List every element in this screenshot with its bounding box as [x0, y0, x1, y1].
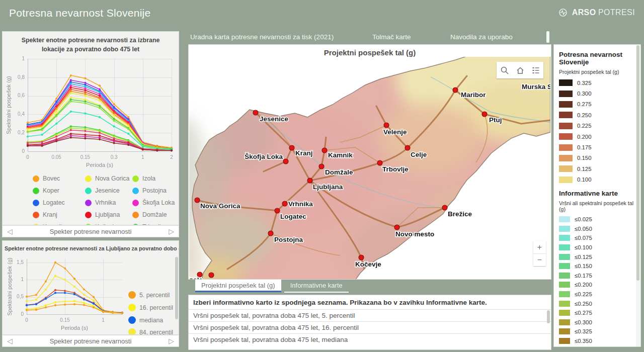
legend-item-nova-gorica[interactable]: Nova Gorica — [85, 175, 132, 182]
city-label-ljubljana: Ljubljana — [313, 183, 343, 191]
legend-item-koper[interactable]: Koper — [33, 187, 85, 194]
city-dot-kamnik[interactable] — [322, 148, 327, 153]
chart2-legend-scrollbar[interactable] — [175, 257, 178, 319]
pager1-label: Spekter potresne nevarnosti — [50, 228, 132, 235]
legend-label: Domžale — [142, 211, 167, 218]
legend-swatch — [559, 235, 570, 241]
pager2-next-icon[interactable]: ▷ — [169, 337, 174, 345]
legend-row: 0.300 — [559, 88, 640, 99]
selector-scrollbar[interactable] — [547, 310, 550, 323]
legend-swatch — [559, 123, 573, 129]
selector-item-2[interactable]: Vršni pospešek tal, povratna doba 475 le… — [189, 321, 551, 333]
menu-link-3[interactable]: Navodila za uporabo — [450, 33, 513, 41]
top-menu: Uradna karta potresne nevarnosti za tisk… — [188, 30, 551, 44]
legend-item-postojna[interactable]: Postojna — [132, 187, 178, 194]
pager2-prev-icon[interactable]: ◁ — [7, 337, 13, 345]
tab-informativne-karte[interactable]: Informativne karte — [284, 280, 349, 293]
city-label-kranj: Kranj — [295, 149, 313, 157]
legend-item-kranj[interactable]: Kranj — [33, 211, 85, 218]
legend-item--kofja-loka[interactable]: Škofja Loka — [132, 199, 178, 206]
legend-row: ≤0.075 — [559, 233, 640, 243]
legend-item-16-percentil[interactable]: 16. percentil — [128, 304, 173, 311]
pager1-next-icon[interactable]: ▷ — [169, 227, 174, 235]
chart2-title: Spekter enotne potresne nevarnosti za Lj… — [5, 245, 177, 253]
legend-row: 0.175 — [559, 142, 640, 152]
legend-dot — [128, 328, 136, 335]
city-dot-maribor[interactable] — [453, 87, 458, 93]
legend-swatch — [559, 91, 573, 97]
menu-link-1[interactable]: Uradna karta potresne nevarnosti za tisk… — [190, 33, 334, 41]
legend-value: 0.225 — [577, 123, 592, 129]
city-dot[interactable] — [209, 273, 214, 278]
legend-item-84-percentil[interactable]: 84. percentil — [128, 328, 173, 335]
menu-link-2[interactable]: Tolmač karte — [372, 33, 411, 41]
city-dot-postojna[interactable] — [268, 231, 273, 236]
city-dot-kranj[interactable] — [289, 145, 294, 150]
legend-dot — [132, 212, 139, 218]
legend-row: ≤0.325 — [559, 327, 640, 336]
legend-item-logatec[interactable]: Logatec — [33, 199, 85, 206]
legend-item-dom-ale[interactable]: Domžale — [132, 211, 178, 218]
map-toolbar — [497, 62, 543, 78]
uhs-locations-chart[interactable] — [4, 55, 178, 171]
legend-label: Nova Gorica — [95, 175, 129, 182]
layer-list-icon[interactable] — [531, 66, 540, 75]
legend-item-5-percentil[interactable]: 5. percentil — [128, 291, 170, 299]
menu-scrollbar[interactable] — [546, 31, 549, 43]
app-header: Potresna nevarnost Slovenije ARSO POTRES… — [0, 0, 644, 29]
search-icon[interactable] — [500, 66, 509, 75]
city-label-vrhnika: Vrhnika — [288, 200, 313, 208]
selector-item-1[interactable]: Vršni pospešek tal, povratna doba 475 le… — [189, 309, 551, 321]
legend-item-ljubljana[interactable]: Ljubljana — [85, 211, 132, 218]
map-canvas[interactable]: JeseniceMariborPtujVelenjeCeljeTrbovljeK… — [189, 57, 550, 279]
legend-row: ≤0.250 — [559, 299, 640, 308]
selector-item-3[interactable]: Vršni pospešek tal, povratna doba 475 le… — [189, 333, 551, 345]
legend-swatch — [559, 328, 570, 334]
legend-swatch — [559, 144, 573, 151]
city-dot-celje[interactable] — [405, 145, 410, 150]
city-dot-trbovlje[interactable] — [377, 160, 382, 165]
legend-item-izola[interactable]: Izola — [132, 175, 178, 182]
zoom-out-button[interactable]: − — [533, 253, 546, 266]
tab-projektni-pospesek[interactable]: Projektni pospešek tal (g) — [195, 280, 281, 292]
legend-value: ≤0.025 — [575, 216, 592, 222]
city-dot-nova-gorica[interactable] — [195, 198, 200, 203]
city-dot-jesenice[interactable] — [253, 110, 258, 115]
chart1-legend: BovecNova GoricaIzolaKoperJesenicePostoj… — [33, 172, 178, 225]
city-dot-ptuj[interactable] — [482, 112, 487, 117]
city-dot-vrhnika[interactable] — [282, 201, 287, 206]
legend-item-vrhnika[interactable]: Vrhnika — [85, 199, 132, 206]
city-dot-ko-evje[interactable] — [359, 255, 364, 260]
city-label-jesenice: Jesenice — [260, 115, 289, 123]
legend-row: ≤0.300 — [559, 317, 640, 327]
city-dot-novo-mesto[interactable] — [394, 225, 399, 230]
legend-swatch — [559, 226, 570, 232]
city-dot-velenje[interactable] — [384, 123, 389, 128]
pager1-prev-icon[interactable]: ◁ — [7, 227, 13, 235]
legend-dot — [33, 212, 39, 218]
legend-swatch — [559, 310, 570, 316]
legend-swatch — [559, 112, 573, 118]
legend-row: 0.325 — [559, 77, 640, 88]
city-dot-bre-ice[interactable] — [442, 205, 447, 210]
zoom-in-button[interactable]: + — [533, 241, 546, 253]
legend-item-mediana[interactable]: mediana — [128, 316, 163, 324]
legend-panel-title: Potresna nevarnost Slovenije — [559, 51, 640, 66]
legend-item-jesenice[interactable]: Jesenice — [85, 187, 132, 194]
uhs-ljubljana-chart-card: Spekter enotne potresne nevarnosti za Lj… — [2, 240, 179, 335]
legend-value: ≤0.175 — [575, 273, 592, 279]
legend-section2-title: Informativne karte — [559, 190, 640, 197]
legend-dot — [33, 175, 39, 182]
home-icon[interactable] — [516, 66, 525, 75]
legend-item-bovec[interactable]: Bovec — [33, 175, 85, 182]
city-dot--kofja-loka[interactable] — [283, 159, 288, 164]
seismic-wave-icon — [558, 8, 568, 17]
uhs-ljubljana-chart[interactable] — [5, 254, 126, 333]
legend-label: Koper — [43, 187, 59, 194]
city-dot-ljubljana[interactable] — [307, 178, 312, 183]
legend-panel-scrollbar[interactable] — [636, 45, 640, 347]
city-label-maribor: Maribor — [461, 91, 486, 99]
city-dot-logatec[interactable] — [275, 208, 280, 213]
legend-value: ≤0.050 — [575, 226, 592, 232]
city-dot-dom-ale[interactable] — [319, 164, 324, 169]
